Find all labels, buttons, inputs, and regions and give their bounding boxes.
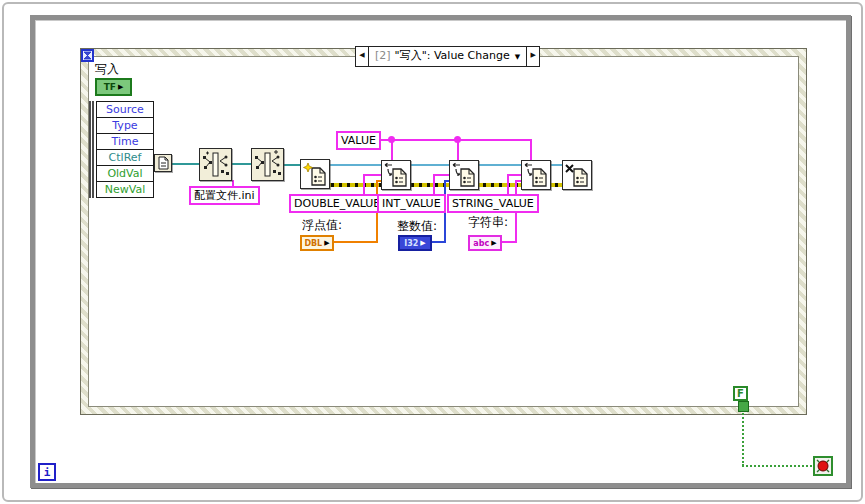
close-config-data-vi[interactable]: [562, 160, 592, 190]
event-data-item-ctlref[interactable]: CtlRef: [96, 149, 154, 166]
double-input-label[interactable]: 浮点值:: [302, 217, 342, 234]
string-input-label[interactable]: 字符串:: [468, 214, 508, 231]
write-key-int-vi[interactable]: [449, 160, 479, 190]
section-string-wire-drop[interactable]: [457, 141, 459, 160]
path-tree-glyph: [252, 149, 283, 180]
section-name-constant[interactable]: VALUE: [336, 131, 381, 150]
write-key-string-vi[interactable]: [521, 160, 551, 190]
string-input-terminal[interactable]: abc ▶: [468, 235, 502, 251]
event-data-item-oldval[interactable]: OldVal: [96, 165, 154, 182]
prev-case-arrow[interactable]: ◀: [356, 47, 369, 66]
path-wire[interactable]: [172, 163, 199, 165]
path-wire[interactable]: [232, 163, 251, 165]
event-case-title: "写入": Value Change: [395, 49, 510, 62]
write-terminal-label[interactable]: 写入: [95, 61, 119, 78]
event-data-item-time[interactable]: Time: [96, 133, 154, 150]
event-data-item-type[interactable]: Type: [96, 117, 154, 134]
key-string-wire[interactable]: [507, 174, 521, 176]
terminal-out-arrow: ▶: [118, 83, 123, 91]
next-case-arrow[interactable]: ▶: [526, 47, 539, 66]
close-config-glyph: [563, 161, 591, 189]
double-input-terminal[interactable]: DBL ▶: [300, 235, 334, 251]
terminal-out-arrow: ▶: [324, 239, 329, 247]
key-string-wire[interactable]: [507, 174, 509, 194]
section-string-wire-drop[interactable]: [391, 141, 393, 160]
key-string-constant[interactable]: STRING_VALUE: [447, 194, 539, 213]
terminal-out-arrow: ▶: [420, 239, 425, 247]
path-tree-glyph: [200, 149, 231, 180]
event-case-label[interactable]: [2]"写入": Value Change▼: [369, 47, 526, 66]
int-input-terminal[interactable]: I32 ▶: [398, 235, 432, 251]
false-bool-constant[interactable]: F: [733, 386, 748, 401]
key-double-wire[interactable]: [363, 174, 365, 194]
block-diagram: ◀ [2]"写入": Value Change▼ ▶ 写入 TF ▶ Sourc…: [0, 0, 865, 504]
write-key-glyph: [382, 161, 410, 189]
stop-button-icon: [815, 458, 831, 474]
key-int-constant[interactable]: INT_VALUE: [377, 194, 446, 213]
event-data-node-bar[interactable]: [89, 101, 94, 198]
strip-path-vi[interactable]: [199, 148, 232, 181]
event-data-item-source[interactable]: Source: [96, 101, 154, 118]
open-config-data-vi[interactable]: [300, 159, 330, 189]
path-wire[interactable]: [284, 164, 300, 166]
event-data-item-newval[interactable]: NewVal: [96, 181, 154, 198]
build-path-vi[interactable]: [251, 148, 284, 181]
case-dropdown-icon[interactable]: ▼: [515, 53, 520, 61]
write-key-double-vi[interactable]: [381, 160, 411, 190]
event-case-selector[interactable]: ◀ [2]"写入": Value Change▼ ▶: [355, 46, 540, 67]
write-key-glyph: [522, 161, 550, 189]
page-glyph: [155, 155, 171, 171]
write-key-glyph: [450, 161, 478, 189]
event-timeout-terminal[interactable]: [81, 49, 94, 62]
open-config-glyph: [301, 160, 329, 188]
key-double-wire[interactable]: [363, 174, 381, 176]
wire-junction-dot: [454, 136, 461, 143]
loop-iteration-terminal[interactable]: i: [38, 463, 56, 481]
config-filename-constant[interactable]: 配置文件.ini: [189, 186, 260, 205]
loop-condition-stop-terminal[interactable]: [813, 456, 833, 476]
terminal-out-arrow: ▶: [491, 239, 496, 247]
current-vi-path-icon[interactable]: [154, 154, 172, 172]
event-structure-tunnel[interactable]: [738, 401, 749, 412]
stop-bool-wire[interactable]: [742, 465, 816, 467]
int-input-label[interactable]: 整数值:: [397, 218, 437, 235]
section-string-wire-drop[interactable]: [530, 141, 532, 160]
key-double-constant[interactable]: DOUBLE_VALUE: [289, 194, 385, 213]
event-case-index: [2]: [375, 49, 391, 62]
key-int-wire[interactable]: [433, 174, 435, 194]
key-int-wire[interactable]: [433, 174, 449, 176]
hourglass-icon: [83, 51, 92, 60]
write-bool-terminal[interactable]: TF ▶: [95, 78, 132, 96]
wire-junction-dot: [388, 136, 395, 143]
double-value-wire[interactable]: [334, 241, 378, 243]
